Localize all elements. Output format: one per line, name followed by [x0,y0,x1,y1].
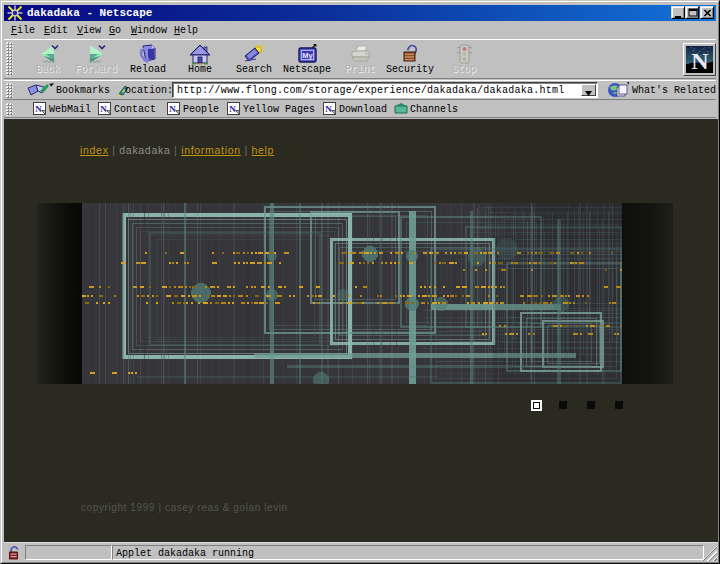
svg-text:N: N [100,104,107,114]
svg-text:N: N [229,104,236,114]
svg-text:My: My [302,51,313,60]
svg-text:N: N [325,104,332,114]
svg-text:N: N [35,104,42,114]
svg-text:N: N [169,104,176,114]
svg-text:N: N [691,48,709,74]
